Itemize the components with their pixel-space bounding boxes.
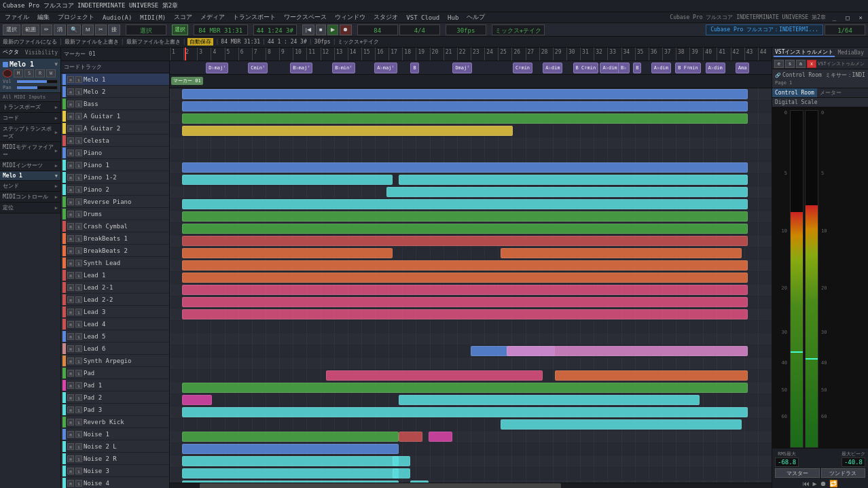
- mute-19[interactable]: M: [67, 309, 74, 315]
- bt-loop[interactable]: 🔁: [829, 480, 837, 487]
- solo-29[interactable]: S: [75, 431, 82, 438]
- insp-section-midi-inserts[interactable]: MIDIインサーツ ▶: [0, 160, 60, 171]
- solo-19[interactable]: S: [75, 309, 82, 315]
- mute-31[interactable]: M: [67, 455, 74, 462]
- tab-vst[interactable]: VSTインストゥルメント: [774, 48, 835, 57]
- menu-workspace[interactable]: ワークスペース: [282, 13, 329, 22]
- mute-23[interactable]: M: [67, 358, 74, 364]
- track-header-0[interactable]: MSMelo 1: [61, 73, 169, 86]
- track-header-4[interactable]: MSA Guitar 2: [61, 122, 169, 135]
- mute-16[interactable]: M: [67, 272, 74, 279]
- time-display[interactable]: 44 1:24 3#: [253, 24, 297, 35]
- track-header-8[interactable]: MSPiano 1-2: [61, 171, 169, 184]
- bt-prev[interactable]: ⏮: [803, 480, 810, 487]
- mute-29[interactable]: M: [67, 431, 74, 438]
- mute-9[interactable]: M: [67, 186, 74, 193]
- clip-18-0[interactable]: [182, 309, 748, 319]
- solo-28[interactable]: S: [75, 419, 82, 425]
- insp-section-step[interactable]: ステップトランスポーズ ▶: [0, 124, 60, 142]
- clip-28-2[interactable]: [429, 432, 452, 442]
- track-header-29[interactable]: MSNoise 1: [61, 428, 169, 440]
- mute-21[interactable]: M: [67, 333, 74, 340]
- clip-23-0[interactable]: [326, 370, 543, 381]
- clip-26-0[interactable]: [182, 407, 748, 417]
- menu-midi[interactable]: MIDI(M): [138, 14, 168, 21]
- clip-7-0[interactable]: [182, 175, 393, 185]
- mute-26[interactable]: M: [67, 394, 74, 401]
- solo-30[interactable]: S: [75, 443, 82, 450]
- vst-btn-a[interactable]: a: [796, 60, 806, 68]
- mute-14[interactable]: M: [67, 247, 74, 254]
- track-header-11[interactable]: MSDrums: [61, 208, 169, 220]
- menu-vst[interactable]: VST Cloud: [404, 14, 441, 21]
- track-header-9[interactable]: MSPiano 2: [61, 184, 169, 196]
- clip-28-0[interactable]: [182, 432, 399, 442]
- clip-13-0[interactable]: [182, 248, 393, 258]
- control-room-label[interactable]: Control Room ミキサー：INDI...: [782, 71, 865, 79]
- quantize-display[interactable]: 1/64: [825, 24, 865, 35]
- volume-slider[interactable]: [16, 80, 58, 84]
- clip-25-0[interactable]: [182, 395, 212, 405]
- track-header-10[interactable]: MSReverse Piano: [61, 196, 169, 208]
- clip-25-1[interactable]: [399, 395, 700, 405]
- clip-24-0[interactable]: [182, 383, 748, 393]
- mute-2[interactable]: M: [67, 101, 74, 107]
- midi-btn[interactable]: ツンドラス: [821, 468, 866, 478]
- snap-toggle[interactable]: 選択: [172, 24, 188, 35]
- track-header-14[interactable]: MSBreakBeats 2: [61, 245, 169, 257]
- rewind-btn[interactable]: |◀: [302, 24, 314, 35]
- solo-btn[interactable]: S: [24, 69, 34, 77]
- clip-3-0[interactable]: [182, 126, 513, 136]
- solo-13[interactable]: S: [75, 235, 82, 242]
- marker-chip[interactable]: マーカー 01: [171, 77, 203, 85]
- tempo-display[interactable]: 84 MBR 31:31: [194, 24, 248, 35]
- solo-32[interactable]: S: [75, 468, 82, 474]
- inspector-track-expand[interactable]: ▼: [54, 61, 58, 67]
- track-header-13[interactable]: MSBreakBeats 1: [61, 232, 169, 245]
- clip-30-0[interactable]: [182, 456, 399, 466]
- solo-10[interactable]: S: [75, 198, 82, 205]
- clip-27-0[interactable]: [501, 419, 741, 430]
- track-header-1[interactable]: MSMelo 2: [61, 86, 169, 98]
- solo-7[interactable]: S: [75, 162, 82, 169]
- clip-2-0[interactable]: [182, 114, 748, 124]
- track-header-24[interactable]: MSPad: [61, 367, 169, 379]
- track-header-19[interactable]: MSLead 3: [61, 306, 169, 318]
- clip-12-0[interactable]: [182, 236, 748, 246]
- insp-section-send[interactable]: センド ▶: [0, 181, 60, 192]
- master-btn[interactable]: マスター: [775, 468, 820, 478]
- solo-31[interactable]: S: [75, 455, 82, 462]
- menu-transport[interactable]: トランスポート: [231, 13, 278, 22]
- clip-16-0[interactable]: [182, 285, 748, 295]
- bt-play[interactable]: ▶: [812, 480, 816, 487]
- menu-media[interactable]: メディア: [198, 13, 227, 22]
- menu-hub[interactable]: Hub: [446, 14, 460, 21]
- menu-audio[interactable]: Audio(A): [101, 14, 134, 21]
- solo-12[interactable]: S: [75, 223, 82, 230]
- solo-8[interactable]: S: [75, 174, 82, 181]
- clip-21-1[interactable]: [507, 346, 747, 356]
- mute-15[interactable]: M: [67, 260, 74, 266]
- vst-btn-s[interactable]: s: [785, 60, 795, 68]
- track-header-23[interactable]: MSSynth Arpegio: [61, 355, 169, 367]
- tab-mediabay[interactable]: MediaBay: [836, 50, 865, 56]
- track-header-5[interactable]: MSCelesta: [61, 135, 169, 147]
- mute-7[interactable]: M: [67, 162, 74, 169]
- pan-slider[interactable]: [16, 86, 58, 90]
- insp-section-transpose[interactable]: トランスポーズ ▶: [0, 102, 60, 113]
- track-header-18[interactable]: MSLead 2-2: [61, 294, 169, 306]
- menu-help[interactable]: ヘルプ: [465, 13, 487, 22]
- window-maximize[interactable]: □: [843, 14, 852, 21]
- solo-1[interactable]: S: [75, 88, 82, 95]
- tool-zoom[interactable]: 🔍: [67, 24, 81, 35]
- record-arm-btn[interactable]: [3, 69, 12, 77]
- window-close[interactable]: ×: [856, 14, 865, 21]
- track-header-6[interactable]: MSPiano: [61, 147, 169, 159]
- solo-24[interactable]: S: [75, 370, 82, 377]
- fps-val[interactable]: 30fps: [446, 24, 486, 35]
- clip-7-1[interactable]: [399, 175, 748, 185]
- mute-24[interactable]: M: [67, 370, 74, 377]
- track-header-15[interactable]: MSSynth Lead: [61, 257, 169, 269]
- tracks-scroll-area[interactable]: [170, 88, 772, 483]
- tool-glue[interactable]: 接: [108, 24, 120, 35]
